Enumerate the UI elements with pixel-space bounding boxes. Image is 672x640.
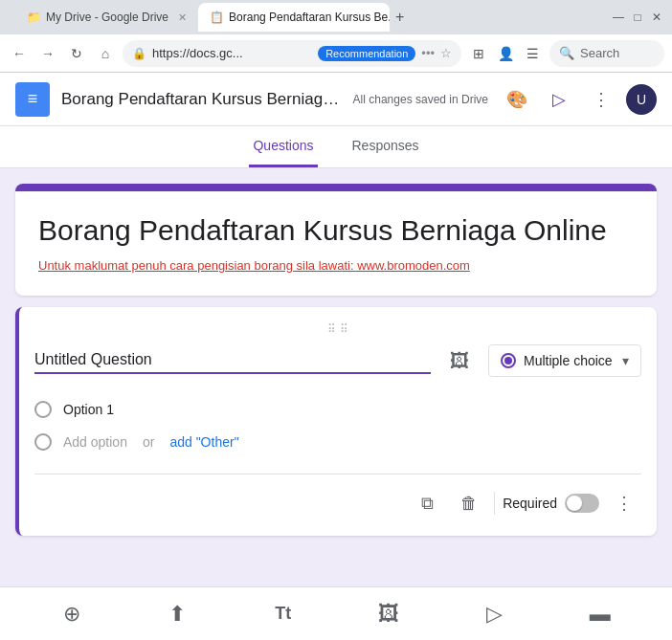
app-icon-symbol: ≡ (28, 89, 38, 109)
question-title-input[interactable] (34, 347, 431, 374)
star-icon[interactable]: ☆ (440, 46, 452, 60)
browser-title-bar: 📁 My Drive - Google Drive ✕ 📋 Borang Pen… (0, 0, 672, 34)
option-1-radio (34, 401, 52, 418)
extensions-button[interactable]: ⊞ (467, 42, 490, 65)
maximize-button[interactable]: □ (630, 10, 645, 25)
or-separator: or (143, 434, 154, 450)
url-text: https://docs.gc... (152, 46, 312, 60)
form-title: Borang Pendaftaran Kursus Berniaga Onlin… (38, 214, 634, 247)
question-card: ⠿ ⠿ 🖼 Multiple choice ▾ Option 1 Add opt… (15, 307, 657, 536)
app-icon: ≡ (15, 82, 50, 117)
search-bar[interactable]: 🔍 Search (549, 40, 664, 67)
tab-responses[interactable]: Responses (348, 126, 423, 167)
duplicate-button[interactable]: ⧉ (410, 486, 444, 520)
url-bar[interactable]: 🔒 https://docs.gc... Recommendation ••• … (123, 40, 461, 67)
question-footer: ⧉ 🗑 Required ⋮ (34, 474, 641, 520)
add-option-radio (34, 433, 52, 451)
option-1-label: Option 1 (63, 402, 114, 417)
dropdown-chevron-icon: ▾ (622, 353, 629, 368)
profile-button[interactable]: 👤 (494, 42, 517, 65)
import-questions-button[interactable]: ⬆ (158, 595, 196, 633)
window-controls: — □ ✕ (611, 10, 664, 25)
search-placeholder: Search (580, 46, 619, 60)
form-description: Untuk maklumat penuh cara pengisian bora… (38, 258, 634, 273)
delete-button[interactable]: 🗑 (452, 486, 486, 520)
app-title: Borang Pendaftaran Kursus Berniaga Onlin… (61, 90, 342, 109)
tab-inactive[interactable]: 📁 My Drive - Google Drive ✕ (15, 3, 198, 32)
add-question-button[interactable]: ⊕ (53, 595, 91, 633)
more-dots[interactable]: ••• (421, 46, 435, 60)
add-video-button[interactable]: ▷ (475, 595, 513, 633)
tab-bar: 📁 My Drive - Google Drive ✕ 📋 Borang Pen… (8, 3, 417, 32)
option-row-1: Option 1 (34, 393, 641, 426)
tab-title-active: Borang Pendaftaran Kursus Be... (229, 11, 390, 24)
toolbar-icons: ⊞ 👤 ☰ (467, 42, 544, 65)
add-title-button[interactable]: Tt (264, 595, 302, 633)
new-tab-button[interactable]: + (390, 3, 410, 32)
form-tabs: Questions Responses (0, 126, 672, 168)
question-top-row: 🖼 Multiple choice ▾ (34, 343, 641, 378)
app-header: ≡ Borang Pendaftaran Kursus Berniaga Onl… (0, 73, 672, 126)
back-button[interactable]: ← (8, 42, 31, 65)
add-option-text[interactable]: Add option (63, 434, 127, 450)
question-type-label: Multiple choice (524, 353, 613, 368)
question-more-button[interactable]: ⋮ (607, 486, 641, 520)
footer-divider (494, 492, 495, 515)
minimize-button[interactable]: — (611, 10, 626, 25)
forward-button[interactable]: → (36, 42, 59, 65)
question-type-dropdown[interactable]: Multiple choice ▾ (488, 344, 641, 377)
tab-favicon-inactive: 📁 (27, 11, 40, 24)
add-option-row: Add option or add "Other" (34, 426, 641, 458)
radio-inner (504, 357, 512, 364)
home-button[interactable]: ⌂ (94, 42, 117, 65)
close-button[interactable]: ✕ (649, 10, 664, 25)
search-icon: 🔍 (559, 46, 574, 60)
add-other-link[interactable]: add "Other" (169, 434, 238, 450)
bottom-toolbar: ⊕ ⬆ Tt 🖼 ▷ ▬ (0, 586, 672, 640)
avatar-text: U (637, 92, 646, 107)
add-section-button[interactable]: ▬ (581, 595, 619, 633)
avatar[interactable]: U (626, 84, 657, 115)
required-toggle[interactable] (565, 494, 599, 513)
toggle-knob (567, 496, 582, 511)
required-label: Required (503, 496, 557, 511)
drag-handle: ⠿ ⠿ (34, 322, 641, 336)
tab-close-inactive[interactable]: ✕ (178, 11, 187, 24)
send-button[interactable]: ▷ (542, 82, 576, 117)
main-content: Borang Pendaftaran Kursus Berniaga Onlin… (0, 168, 672, 585)
tab-active[interactable]: 📋 Borang Pendaftaran Kursus Be... ✕ (198, 3, 390, 32)
address-bar: ← → ↻ ⌂ 🔒 https://docs.gc... Recommendat… (0, 34, 672, 73)
recommendation-badge[interactable]: Recommendation (318, 46, 415, 61)
refresh-button[interactable]: ↻ (65, 42, 88, 65)
more-options-button[interactable]: ⋮ (584, 82, 618, 117)
add-image-button-bottom[interactable]: 🖼 (370, 595, 408, 633)
multiple-choice-radio-icon (501, 353, 516, 368)
tab-favicon-active: 📋 (210, 11, 223, 24)
tab-title-inactive: My Drive - Google Drive (46, 11, 168, 24)
menu-button[interactable]: ☰ (521, 42, 544, 65)
form-title-card: Borang Pendaftaran Kursus Berniaga Onlin… (15, 184, 657, 296)
tab-questions[interactable]: Questions (249, 126, 317, 167)
palette-button[interactable]: 🎨 (500, 82, 534, 117)
saved-text: All changes saved in Drive (353, 93, 488, 106)
add-image-button[interactable]: 🖼 (442, 343, 477, 378)
header-actions: 🎨 ▷ ⋮ U (500, 82, 657, 117)
